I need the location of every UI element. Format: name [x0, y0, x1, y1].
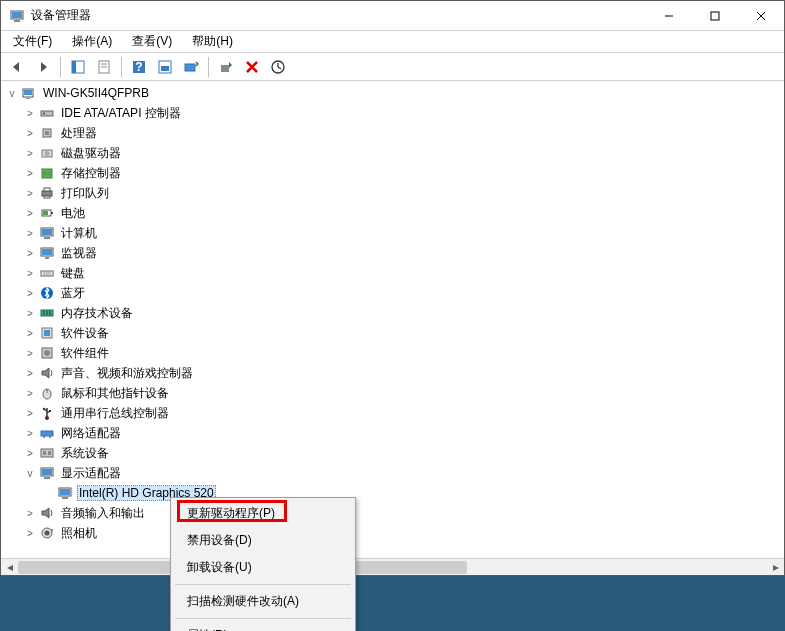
collapse-icon[interactable]: v — [23, 466, 37, 480]
computer-icon — [21, 85, 37, 101]
expand-icon[interactable]: > — [23, 286, 37, 300]
tree-node[interactable]: >磁盘驱动器 — [21, 143, 782, 163]
expand-icon[interactable]: > — [23, 266, 37, 280]
back-button[interactable] — [5, 55, 29, 79]
tree-node-label: 键盘 — [59, 265, 87, 282]
minimize-button[interactable] — [646, 1, 692, 30]
tree-node[interactable]: >音频输入和输出 — [21, 503, 782, 523]
show-hide-tree-button[interactable] — [66, 55, 90, 79]
tree-node-label: 磁盘驱动器 — [59, 145, 123, 162]
tree-node[interactable]: >内存技术设备 — [21, 303, 782, 323]
svg-rect-40 — [44, 237, 50, 239]
tree-node[interactable]: >IDE ATA/ATAPI 控制器 — [21, 103, 782, 123]
context-update-driver[interactable]: 更新驱动程序(P) — [173, 500, 353, 527]
tree-node[interactable]: >照相机 — [21, 523, 782, 543]
menu-action[interactable]: 操作(A) — [64, 31, 120, 52]
menu-file[interactable]: 文件(F) — [5, 31, 60, 52]
expand-icon[interactable]: > — [23, 446, 37, 460]
expand-icon[interactable]: > — [23, 346, 37, 360]
tree-node-label: 系统设备 — [59, 445, 111, 462]
scroll-right-button[interactable]: ▸ — [767, 559, 784, 575]
uninstall-button[interactable] — [240, 55, 264, 79]
device-tree-panel[interactable]: vWIN-GK5II4QFPRB>IDE ATA/ATAPI 控制器>处理器>磁… — [1, 81, 784, 558]
help-button[interactable]: ? — [127, 55, 151, 79]
tree-node[interactable]: >网络适配器 — [21, 423, 782, 443]
tree-node[interactable]: >蓝牙 — [21, 283, 782, 303]
device-manager-window: 设备管理器 文件(F) 操作(A) 查看(V) 帮助(H) ? vWIN-GK5… — [0, 0, 785, 576]
svg-rect-67 — [48, 451, 51, 455]
tree-node[interactable]: >软件组件 — [21, 343, 782, 363]
collapse-icon[interactable]: v — [5, 86, 19, 100]
tree-node-label: 网络适配器 — [59, 425, 123, 442]
context-uninstall-device[interactable]: 卸载设备(U) — [173, 554, 353, 581]
ide-icon — [39, 105, 55, 121]
context-menu: 更新驱动程序(P) 禁用设备(D) 卸载设备(U) 扫描检测硬件改动(A) 属性… — [170, 497, 356, 631]
expand-icon[interactable]: > — [23, 426, 37, 440]
scroll-left-button[interactable]: ◂ — [1, 559, 18, 575]
maximize-button[interactable] — [692, 1, 738, 30]
expand-icon[interactable]: > — [23, 366, 37, 380]
context-separator — [175, 618, 351, 619]
tree-root-node[interactable]: vWIN-GK5II4QFPRB — [3, 83, 782, 103]
expand-icon[interactable]: > — [23, 186, 37, 200]
svg-rect-50 — [46, 311, 48, 315]
expand-icon[interactable]: > — [23, 126, 37, 140]
tree-node-label: 鼠标和其他指针设备 — [59, 385, 171, 402]
tree-node[interactable]: >处理器 — [21, 123, 782, 143]
expand-icon[interactable]: > — [23, 146, 37, 160]
close-button[interactable] — [738, 1, 784, 30]
svg-rect-63 — [43, 436, 45, 438]
expand-icon[interactable]: > — [23, 166, 37, 180]
tree-node[interactable]: >监视器 — [21, 243, 782, 263]
tree-leaf-node[interactable]: Intel(R) HD Graphics 520 — [39, 483, 782, 503]
menu-help[interactable]: 帮助(H) — [184, 31, 241, 52]
disable-button[interactable] — [266, 55, 290, 79]
camera-icon — [39, 525, 55, 541]
svg-rect-43 — [45, 257, 49, 259]
tree-node[interactable]: >软件设备 — [21, 323, 782, 343]
context-separator — [175, 584, 351, 585]
svg-rect-72 — [60, 489, 70, 495]
storage-icon — [39, 165, 55, 181]
network-icon — [39, 425, 55, 441]
expand-icon[interactable]: > — [23, 306, 37, 320]
expand-icon[interactable]: > — [23, 206, 37, 220]
expand-icon[interactable]: > — [23, 106, 37, 120]
expand-icon[interactable]: > — [23, 386, 37, 400]
update-driver-button[interactable] — [214, 55, 238, 79]
svg-rect-53 — [44, 330, 50, 336]
monitor-icon — [39, 245, 55, 261]
tree-node[interactable]: >通用串行总线控制器 — [21, 403, 782, 423]
context-scan-hardware[interactable]: 扫描检测硬件改动(A) — [173, 588, 353, 615]
action-button[interactable] — [153, 55, 177, 79]
tree-node[interactable]: >存储控制器 — [21, 163, 782, 183]
tree-node[interactable]: >计算机 — [21, 223, 782, 243]
system-icon — [39, 445, 55, 461]
forward-button[interactable] — [31, 55, 55, 79]
scan-hardware-button[interactable] — [179, 55, 203, 79]
scroll-track[interactable] — [18, 559, 767, 575]
window-title: 设备管理器 — [31, 7, 646, 24]
expand-icon[interactable]: > — [23, 526, 37, 540]
tree-node[interactable]: >打印队列 — [21, 183, 782, 203]
horizontal-scrollbar[interactable]: ◂ ▸ — [1, 558, 784, 575]
tree-node[interactable]: v显示适配器 — [21, 463, 782, 483]
tree-node-label: 软件组件 — [59, 345, 111, 362]
expand-icon[interactable]: > — [23, 406, 37, 420]
properties-button[interactable] — [92, 55, 116, 79]
tree-node[interactable]: >电池 — [21, 203, 782, 223]
expand-icon[interactable]: > — [23, 226, 37, 240]
tree-node[interactable]: >系统设备 — [21, 443, 782, 463]
tree-node[interactable]: >声音、视频和游戏控制器 — [21, 363, 782, 383]
tree-node[interactable]: >键盘 — [21, 263, 782, 283]
svg-rect-33 — [44, 188, 50, 191]
software-icon — [39, 325, 55, 341]
expand-icon[interactable]: > — [23, 246, 37, 260]
tree-node-label: 显示适配器 — [59, 465, 123, 482]
expand-icon[interactable]: > — [23, 326, 37, 340]
expand-icon[interactable]: > — [23, 506, 37, 520]
menu-view[interactable]: 查看(V) — [124, 31, 180, 52]
context-properties[interactable]: 属性(R) — [173, 622, 353, 631]
tree-node[interactable]: >鼠标和其他指针设备 — [21, 383, 782, 403]
context-disable-device[interactable]: 禁用设备(D) — [173, 527, 353, 554]
